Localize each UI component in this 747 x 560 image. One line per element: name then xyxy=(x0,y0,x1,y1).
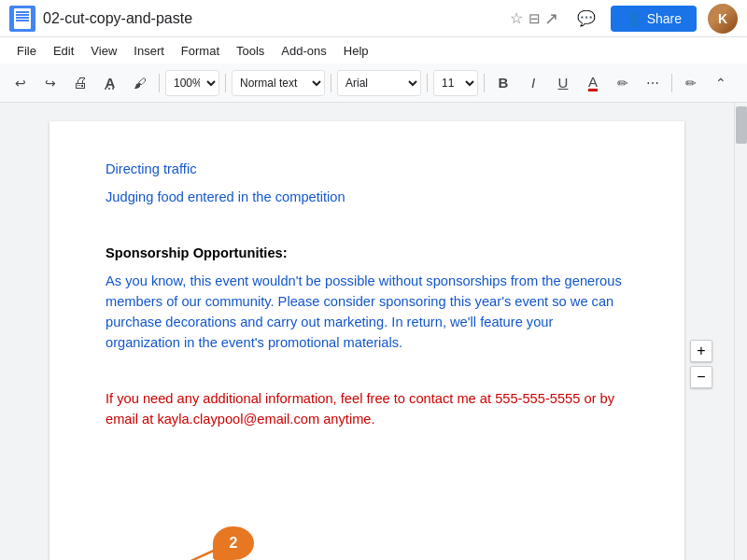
zoom-in-button[interactable]: + xyxy=(690,340,712,362)
line-blank-4 xyxy=(106,465,628,485)
toolbar-sep-6 xyxy=(671,74,672,92)
toolbar-sep-5 xyxy=(484,74,485,92)
menu-format[interactable]: Format xyxy=(174,41,227,61)
collapse-button[interactable]: ⌃ xyxy=(708,70,734,96)
folder-icon[interactable]: ⊟ xyxy=(529,10,541,27)
zoom-select[interactable]: 100% xyxy=(165,70,219,96)
menu-insert[interactable]: Insert xyxy=(126,41,172,61)
title-bar: 02-cut-copy-and-paste ☆ ⊟ ↗ 💬 👤 Share K xyxy=(0,0,747,37)
avatar-image: K xyxy=(708,4,738,34)
line-directing: Directing traffic xyxy=(106,159,628,179)
toolbar-sep-3 xyxy=(331,74,331,92)
highlight-button[interactable]: ✏ xyxy=(610,70,636,96)
document-area: Directing traffic Judging food entered i… xyxy=(0,103,747,560)
scroll-thumb[interactable] xyxy=(736,106,747,144)
toolbar-sep-2 xyxy=(225,74,226,92)
line-judging: Judging food entered in the competition xyxy=(106,187,628,207)
document-title[interactable]: 02-cut-copy-and-paste xyxy=(43,10,504,27)
spellcheck-button[interactable]: A xyxy=(97,70,123,96)
toolbar: ↩ ↪ 🖨 A 🖌 100% Normal text Arial 11 B I … xyxy=(0,63,747,103)
menu-file[interactable]: File xyxy=(9,41,44,61)
trending-icon[interactable]: ↗ xyxy=(541,5,562,33)
comment-icon[interactable]: 💬 xyxy=(573,6,599,31)
annotation-area: 2 1 Sincerely, xyxy=(106,521,628,560)
line-blank-3 xyxy=(106,437,628,457)
zoom-out-button[interactable]: − xyxy=(690,366,712,388)
print-button[interactable]: 🖨 xyxy=(67,70,93,96)
document-scroll[interactable]: Directing traffic Judging food entered i… xyxy=(0,103,734,560)
annotation-callout-2: 2 xyxy=(213,526,254,560)
line-sponsorship-header: Sponsorship Opportunities: xyxy=(106,243,628,263)
arrow-svg xyxy=(96,521,283,560)
svg-line-1 xyxy=(152,549,218,560)
redo-button[interactable]: ↪ xyxy=(37,70,63,96)
menu-edit[interactable]: Edit xyxy=(46,41,81,61)
avatar[interactable]: K xyxy=(708,4,738,34)
underline-button[interactable]: U xyxy=(550,70,576,96)
document-page: Directing traffic Judging food entered i… xyxy=(49,121,684,560)
line-blank-2 xyxy=(106,360,628,381)
undo-button[interactable]: ↩ xyxy=(7,70,34,96)
line-contact: If you need any additional information, … xyxy=(106,388,628,429)
share-icon: 👤 xyxy=(626,11,641,26)
toolbar-sep-1 xyxy=(159,74,160,92)
menu-bar: File Edit View Insert Format Tools Add-o… xyxy=(0,37,747,63)
title-right-controls: ↗ 💬 👤 Share K xyxy=(541,4,738,34)
text-color-button[interactable]: A xyxy=(580,70,606,96)
line-sponsorship-body: As you know, this event wouldn't be poss… xyxy=(106,271,628,353)
edit-mode-button[interactable]: ✏ xyxy=(678,70,704,96)
font-select[interactable]: Arial xyxy=(337,70,421,96)
more-button[interactable]: ⋯ xyxy=(640,70,666,96)
line-blank-1 xyxy=(106,215,628,235)
bold-button[interactable]: B xyxy=(490,70,516,96)
format-paint-button[interactable]: 🖌 xyxy=(127,70,153,96)
toolbar-sep-4 xyxy=(427,74,428,92)
style-select[interactable]: Normal text xyxy=(232,70,325,96)
docs-app-icon xyxy=(9,6,35,32)
menu-help[interactable]: Help xyxy=(336,41,376,61)
italic-button[interactable]: I xyxy=(520,70,546,96)
line-blank-5 xyxy=(106,493,628,513)
menu-tools[interactable]: Tools xyxy=(229,41,272,61)
menu-view[interactable]: View xyxy=(83,41,124,61)
page-controls: + − xyxy=(690,340,712,388)
star-icon[interactable]: ☆ xyxy=(510,9,523,27)
share-button[interactable]: 👤 Share xyxy=(611,6,697,32)
document-content: Directing traffic Judging food entered i… xyxy=(106,159,628,560)
menu-addons[interactable]: Add-ons xyxy=(274,41,333,61)
fontsize-select[interactable]: 11 xyxy=(433,70,478,96)
scrollbar[interactable] xyxy=(734,103,747,560)
